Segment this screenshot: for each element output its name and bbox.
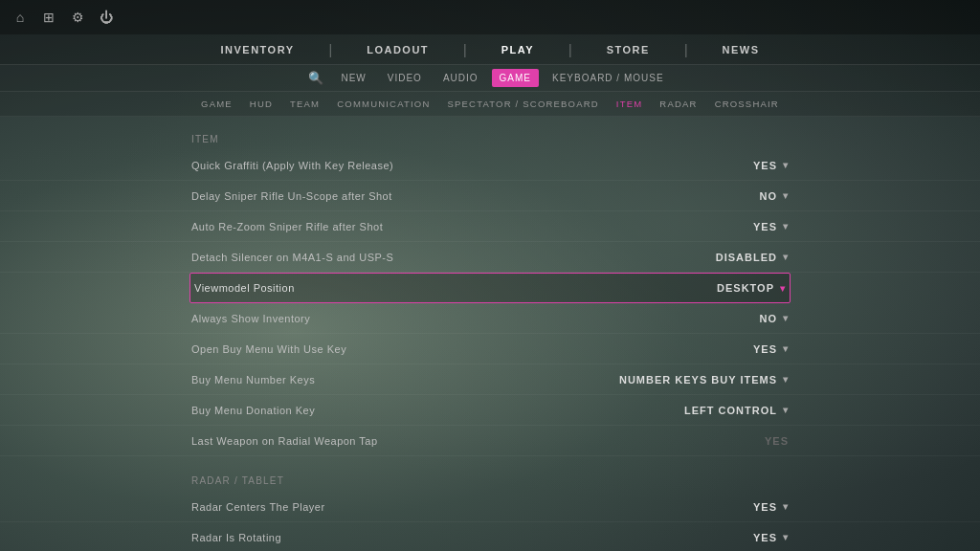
- nav-play[interactable]: PLAY: [498, 44, 538, 55]
- cat-communication[interactable]: COMMUNICATION: [337, 99, 430, 109]
- row-viewmodel[interactable]: Viewmodel Position DESKTOP ▾: [189, 273, 791, 303]
- settings-nav: 🔍 NEW VIDEO AUDIO GAME KEYBOARD / MOUSE: [0, 65, 980, 92]
- grid-icon[interactable]: ⊞: [40, 9, 57, 26]
- row-radar-centers[interactable]: Radar Centers The Player YES ▾: [0, 492, 980, 522]
- row-last-weapon[interactable]: Last Weapon on Radial Weapon Tap YES: [0, 426, 980, 456]
- row-auto-rezoom-value[interactable]: YES ▾: [753, 221, 789, 232]
- settings-keyboard[interactable]: KEYBOARD / MOUSE: [545, 69, 672, 87]
- chevron-icon: ▾: [783, 405, 789, 415]
- row-detach-silencer[interactable]: Detach Silencer on M4A1-S and USP-S DISA…: [0, 242, 980, 273]
- row-quick-graffiti-label: Quick Graffiti (Apply With Key Release): [191, 160, 393, 171]
- settings-video[interactable]: VIDEO: [380, 69, 430, 87]
- row-radar-rotating-value[interactable]: YES ▾: [753, 532, 789, 543]
- row-radar-centers-label: Radar Centers The Player: [191, 501, 325, 513]
- row-delay-sniper-label: Delay Sniper Rifle Un-Scope after Shot: [191, 190, 392, 202]
- row-last-weapon-label: Last Weapon on Radial Weapon Tap: [191, 435, 378, 447]
- power-icon[interactable]: ⏻: [98, 9, 115, 26]
- settings-new[interactable]: NEW: [333, 69, 373, 87]
- nav-divider-1: |: [329, 42, 333, 57]
- cat-crosshair[interactable]: CROSSHAIR: [715, 99, 779, 109]
- row-auto-rezoom[interactable]: Auto Re-Zoom Sniper Rifle after Shot YES…: [0, 211, 980, 242]
- nav-divider-2: |: [463, 42, 467, 57]
- chevron-icon: ▾: [783, 313, 789, 323]
- row-buy-menu-donation-label: Buy Menu Donation Key: [191, 405, 315, 416]
- row-always-show-inventory[interactable]: Always Show Inventory NO ▾: [0, 303, 980, 334]
- row-open-buy-menu-label: Open Buy Menu With Use Key: [191, 343, 346, 355]
- chevron-icon: ▾: [783, 160, 789, 170]
- chevron-icon: ▾: [783, 221, 789, 231]
- row-last-weapon-value[interactable]: YES: [765, 435, 789, 447]
- row-viewmodel-label: Viewmodel Position: [192, 282, 295, 294]
- row-always-show-inventory-value[interactable]: NO ▾: [760, 313, 790, 324]
- settings-audio[interactable]: AUDIO: [435, 69, 486, 87]
- nav-inventory[interactable]: INVENTORY: [216, 44, 298, 55]
- row-quick-graffiti-value[interactable]: YES ▾: [753, 160, 789, 171]
- row-radar-rotating-label: Radar Is Rotating: [191, 532, 281, 543]
- row-buy-menu-number[interactable]: Buy Menu Number Keys NUMBER KEYS BUY ITE…: [0, 364, 980, 395]
- cat-hud[interactable]: HUD: [250, 99, 273, 109]
- main-content: Item Quick Graffiti (Apply With Key Rele…: [0, 117, 980, 551]
- home-icon[interactable]: ⌂: [11, 9, 29, 26]
- section-item-label: Item: [0, 126, 980, 150]
- chevron-icon: ▾: [780, 283, 786, 294]
- row-buy-menu-donation-value[interactable]: LEFT CONTROL ▾: [684, 405, 789, 416]
- row-always-show-inventory-label: Always Show Inventory: [191, 313, 310, 324]
- row-delay-sniper-value[interactable]: NO ▾: [760, 190, 790, 202]
- chevron-icon: ▾: [783, 343, 789, 354]
- category-nav: GAME HUD TEAM COMMUNICATION SPECTATOR / …: [0, 92, 980, 117]
- row-delay-sniper[interactable]: Delay Sniper Rifle Un-Scope after Shot N…: [0, 181, 980, 211]
- row-detach-silencer-value[interactable]: DISABLED ▾: [716, 252, 789, 263]
- settings-game[interactable]: GAME: [492, 69, 539, 87]
- gear-icon[interactable]: ⚙: [69, 9, 86, 26]
- cat-team[interactable]: TEAM: [290, 99, 320, 109]
- top-bar: ⌂ ⊞ ⚙ ⏻: [0, 0, 980, 34]
- nav-news[interactable]: NEWS: [719, 44, 764, 55]
- main-nav: INVENTORY | LOADOUT | PLAY | STORE | NEW…: [0, 34, 980, 65]
- nav-divider-3: |: [568, 42, 572, 57]
- row-detach-silencer-label: Detach Silencer on M4A1-S and USP-S: [191, 252, 393, 263]
- chevron-icon: ▾: [783, 501, 789, 512]
- chevron-icon: ▾: [783, 190, 789, 201]
- chevron-icon: ▾: [783, 374, 789, 385]
- chevron-icon: ▾: [783, 532, 789, 542]
- nav-loadout[interactable]: LOADOUT: [363, 44, 433, 55]
- row-buy-menu-number-value[interactable]: NUMBER KEYS BUY ITEMS ▾: [619, 374, 789, 386]
- row-open-buy-menu[interactable]: Open Buy Menu With Use Key YES ▾: [0, 334, 980, 364]
- row-buy-menu-donation[interactable]: Buy Menu Donation Key LEFT CONTROL ▾: [0, 395, 980, 426]
- row-open-buy-menu-value[interactable]: YES ▾: [753, 343, 789, 355]
- row-buy-menu-number-label: Buy Menu Number Keys: [191, 374, 315, 386]
- top-icons: ⌂ ⊞ ⚙ ⏻: [11, 9, 115, 26]
- row-radar-centers-value[interactable]: YES ▾: [753, 501, 789, 513]
- cat-item[interactable]: ITEM: [616, 99, 643, 109]
- search-icon[interactable]: 🔍: [308, 71, 323, 85]
- cat-spectator[interactable]: SPECTATOR / SCOREBOARD: [447, 99, 598, 109]
- nav-store[interactable]: STORE: [603, 44, 654, 55]
- cat-radar[interactable]: RADAR: [659, 99, 697, 109]
- nav-divider-4: |: [684, 42, 688, 57]
- row-viewmodel-value[interactable]: DESKTOP ▾: [717, 282, 788, 294]
- row-quick-graffiti[interactable]: Quick Graffiti (Apply With Key Release) …: [0, 150, 980, 181]
- row-auto-rezoom-label: Auto Re-Zoom Sniper Rifle after Shot: [191, 221, 383, 232]
- chevron-icon: ▾: [783, 252, 789, 262]
- row-radar-rotating[interactable]: Radar Is Rotating YES ▾: [0, 522, 980, 551]
- section-radar-label: Radar / Tablet: [0, 468, 980, 492]
- cat-game[interactable]: GAME: [201, 99, 233, 109]
